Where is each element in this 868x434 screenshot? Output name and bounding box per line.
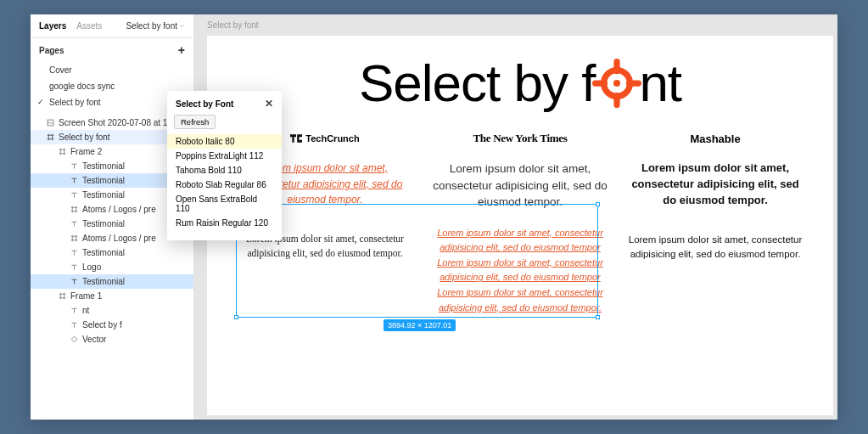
layer-label: nt [82,306,89,315]
layer-label: Frame 1 [70,291,102,301]
testimonial-2a: Lorem ipsum dolor sit amet, consectetur … [431,161,609,211]
layer-label: Select by font [59,132,110,142]
layer-label: Testimonial [82,248,125,257]
pages-title: Pages [39,46,64,55]
tab-layers[interactable]: Layers [39,21,66,31]
layer-label: Select by f [82,320,122,330]
add-page-button[interactable]: + [178,43,185,57]
logo-nyt: The New York Times [431,130,609,147]
refresh-button[interactable]: Refresh [174,115,216,129]
text-icon [70,278,78,285]
testimonial-3a: Lorem ipsum dolor sit amet, consectetur … [626,161,804,209]
svg-point-2 [613,79,620,86]
layer-label: Vector [82,335,106,344]
target-icon [592,59,641,108]
layer-row[interactable]: Vector [31,332,193,347]
pages-header: Pages + [31,38,193,62]
layer-row[interactable]: Testimonial [31,245,193,260]
hero: Select by f nt [207,36,833,118]
image-icon [47,119,54,127]
text-icon [70,177,78,184]
page-item[interactable]: Cover [31,62,193,78]
selection-handle-br[interactable] [596,315,600,319]
vector-icon [70,335,78,343]
testimonial-columns: TechCrunch Lorem ipsum dolor sit amet, c… [207,118,833,315]
font-option[interactable]: Tahoma Bold 110 [167,163,282,178]
hero-text-a: Select by f [359,53,595,113]
text-icon [70,220,78,228]
layer-label: Testimonial [82,190,125,200]
layer-label: Testimonial [82,219,125,228]
popup-header: Select by Font ✕ [167,98,282,115]
frame-icon [70,234,78,242]
text-icon [70,162,78,170]
frame-label[interactable]: Select by font [207,20,259,30]
layer-label: Testimonial [82,161,125,171]
frame-icon [59,148,66,155]
layer-row[interactable]: Frame 1 [31,289,193,303]
font-option[interactable]: Roboto Slab Regular 86 [167,178,282,192]
layer-row[interactable]: Select by f [31,318,193,332]
font-option[interactable]: Open Sans ExtraBold 110 [167,192,282,216]
chevron-down-icon [179,23,185,29]
artboard: Select by f nt TechCrunch Lorem ipsum do… [207,36,833,415]
layer-label: Frame 2 [70,147,102,156]
layer-label: Testimonial [82,277,125,286]
layer-label: Screen Shot 2020-07-08 at 16 [59,118,172,127]
text-icon [70,321,78,329]
techcrunch-icon [290,134,302,143]
canvas[interactable]: Select by font Select by f nt TechCrunch [194,14,837,420]
text-icon [70,249,78,256]
layer-label: Atoms / Logos / pre [82,234,156,243]
testimonial-3b: Lorem ipsum dolor sit amet, consectetur … [626,233,804,263]
select-by-font-popup[interactable]: Select by Font ✕ Refresh Roboto Italic 8… [167,91,282,240]
frame-icon [70,206,78,213]
frame-icon [47,133,54,141]
sidebar-tabs: Layers Assets Select by font [31,14,193,38]
text-icon [70,307,78,314]
layer-label: Logo [82,262,101,272]
frame-icon [59,292,66,300]
layer-label: Testimonial [82,176,125,185]
col-mashable: Mashable Lorem ipsum dolor sit amet, con… [626,130,804,315]
tab-assets[interactable]: Assets [76,21,102,31]
text-icon [70,191,78,199]
layer-row[interactable]: Testimonial [31,274,193,289]
page-selector[interactable]: Select by font [126,21,185,31]
layer-row[interactable]: Logo [31,260,193,274]
hero-text-b: nt [639,53,681,113]
font-option[interactable]: Rum Raisin Regular 120 [167,216,282,230]
font-list: Roboto Italic 80Poppins ExtraLight 112Ta… [167,134,282,230]
layer-label: Atoms / Logos / pre [82,205,156,214]
font-option[interactable]: Poppins ExtraLight 112 [167,149,282,163]
app-window: Layers Assets Select by font Pages + Cov… [31,14,837,420]
testimonial-2b: Lorem ipsum dolor sit amet, consectetur … [431,226,609,316]
col-nyt: The New York Times Lorem ipsum dolor sit… [431,130,609,315]
logo-techcrunch-label: TechCrunch [305,133,359,144]
selection-handle-bl[interactable] [234,315,238,319]
logo-mashable: Mashable [626,130,804,147]
text-icon [70,263,78,271]
hero-title: Select by f nt [359,53,681,113]
font-option[interactable]: Roboto Italic 80 [167,134,282,149]
popup-title: Select by Font [176,99,233,109]
page-selector-label: Select by font [126,21,177,31]
selection-dimensions: 3894.92 × 1207.01 [384,319,456,331]
layer-row[interactable]: nt [31,303,193,318]
close-icon[interactable]: ✕ [265,98,273,110]
